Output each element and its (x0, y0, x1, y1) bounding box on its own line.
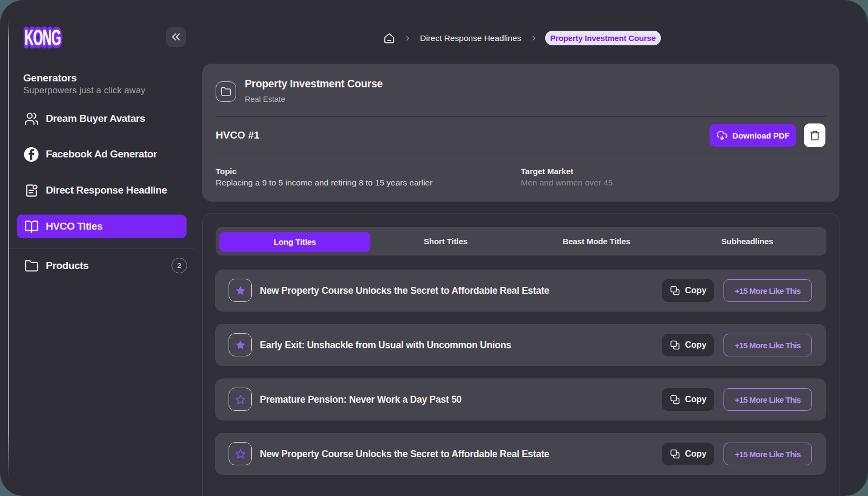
svg-text:KONG: KONG (24, 26, 60, 50)
